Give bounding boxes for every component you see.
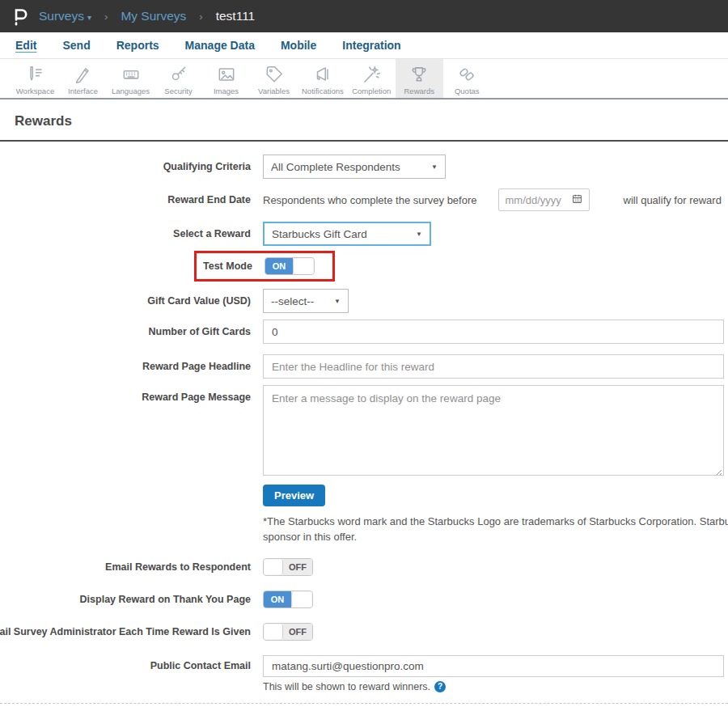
toolbar-item-workspace[interactable]: Workspace bbox=[11, 59, 59, 98]
breadcrumb-separator: › bbox=[199, 11, 202, 23]
message-textarea[interactable] bbox=[263, 385, 724, 476]
email-rewards-toggle[interactable]: OFF bbox=[263, 558, 313, 576]
email-rewards-row: Email Rewards to Respondent OFF bbox=[0, 558, 728, 576]
tab-edit[interactable]: Edit bbox=[15, 37, 37, 53]
page-title: Rewards bbox=[15, 113, 728, 129]
tab-send[interactable]: Send bbox=[61, 37, 91, 53]
toolbar-item-security[interactable]: Security bbox=[154, 59, 202, 98]
breadcrumb-current-survey: test111 bbox=[216, 9, 256, 23]
main-tabs: Edit Send Reports Manage Data Mobile Int… bbox=[0, 32, 728, 59]
qualifying-criteria-label: Qualifying Criteria bbox=[0, 161, 251, 172]
chain-icon bbox=[456, 64, 477, 85]
toolbar-item-variables[interactable]: Variables bbox=[250, 59, 298, 98]
tag-icon bbox=[264, 64, 285, 85]
tab-reports[interactable]: Reports bbox=[116, 37, 160, 53]
message-label: Reward Page Message bbox=[0, 392, 251, 403]
breadcrumb-surveys[interactable]: Surveys▾ bbox=[39, 9, 91, 23]
display-reward-label: Display Reward on Thank You Page bbox=[0, 594, 251, 605]
toggle-knob bbox=[291, 591, 312, 608]
toolbar-item-completion[interactable]: Completion bbox=[348, 59, 396, 98]
toggle-knob bbox=[293, 258, 314, 274]
dashed-divider bbox=[0, 703, 728, 704]
keyboard-icon bbox=[121, 64, 142, 85]
display-reward-toggle[interactable]: ON bbox=[263, 591, 313, 608]
email-admin-toggle[interactable]: OFF bbox=[263, 623, 313, 641]
test-mode-row: Test Mode ON bbox=[0, 251, 728, 282]
num-gift-cards-input[interactable] bbox=[263, 320, 724, 344]
rewards-form: Qualifying Criteria All Complete Respond… bbox=[0, 155, 728, 707]
chevron-down-icon: ▾ bbox=[87, 13, 91, 22]
wand-icon bbox=[361, 64, 382, 85]
headline-label: Reward Page Headline bbox=[0, 361, 251, 372]
end-date-input[interactable]: mm/dd/yyyy bbox=[498, 188, 590, 211]
toolbar-item-interface[interactable]: Interface bbox=[59, 59, 107, 98]
top-bar: Surveys▾ › My Surveys › test111 bbox=[0, 0, 728, 32]
pencil-list-icon bbox=[25, 64, 46, 85]
email-rewards-label: Email Rewards to Respondent bbox=[0, 561, 251, 573]
toolbar-item-languages[interactable]: Languages bbox=[107, 59, 154, 98]
select-caret-icon: ▼ bbox=[334, 298, 341, 305]
edit-toolbar: Workspace Interface Languages Security bbox=[0, 59, 728, 99]
email-admin-row: Email Survey Administrator Each Time Rew… bbox=[0, 623, 728, 641]
qualifying-criteria-row: Qualifying Criteria All Complete Respond… bbox=[0, 155, 728, 179]
select-caret-icon: ▼ bbox=[416, 231, 422, 238]
breadcrumb-separator: › bbox=[104, 11, 108, 23]
headline-row: Reward Page Headline bbox=[0, 354, 728, 379]
pen-icon bbox=[73, 64, 94, 85]
end-date-prefix-text: Respondents who complete the survey befo… bbox=[263, 194, 477, 206]
contact-email-input[interactable] bbox=[263, 655, 724, 677]
toggle-knob bbox=[264, 624, 283, 640]
starbucks-disclaimer-text: *The Starbucks word mark and the Starbuc… bbox=[263, 514, 728, 545]
reward-end-date-row: Reward End Date Respondents who complete… bbox=[0, 188, 728, 211]
toggle-knob bbox=[264, 559, 283, 575]
test-mode-toggle[interactable]: ON bbox=[265, 257, 315, 275]
test-mode-highlight-annotation: Test Mode ON bbox=[194, 251, 335, 282]
contact-email-helper: This will be shown to reward winners. ? bbox=[263, 681, 728, 692]
qualifying-criteria-select[interactable]: All Complete Respondents ▼ bbox=[263, 155, 446, 179]
select-reward-select[interactable]: Starbucks Gift Card ▼ bbox=[263, 222, 431, 246]
image-icon bbox=[216, 64, 237, 85]
preview-row: Preview bbox=[263, 485, 728, 506]
key-icon bbox=[168, 64, 189, 85]
num-gift-cards-row: Number of Gift Cards bbox=[0, 320, 728, 344]
select-reward-row: Select a Reward Starbucks Gift Card ▼ bbox=[0, 222, 728, 246]
display-reward-row: Display Reward on Thank You Page ON bbox=[0, 591, 728, 608]
reward-end-date-label: Reward End Date bbox=[0, 194, 251, 205]
title-divider bbox=[0, 140, 728, 142]
tab-integration[interactable]: Integration bbox=[341, 37, 401, 53]
breadcrumb-my-surveys[interactable]: My Surveys bbox=[121, 9, 186, 23]
gift-card-value-label: Gift Card Value (USD) bbox=[0, 295, 251, 307]
gift-card-value-select[interactable]: --select-- ▼ bbox=[263, 289, 349, 313]
toolbar-item-rewards[interactable]: Rewards bbox=[396, 59, 443, 98]
select-caret-icon: ▼ bbox=[431, 163, 438, 171]
toolbar-item-notifications[interactable]: Notifications bbox=[298, 59, 348, 98]
tab-mobile[interactable]: Mobile bbox=[280, 37, 317, 53]
end-date-suffix-text: will qualify for reward bbox=[624, 194, 722, 206]
preview-button[interactable]: Preview bbox=[263, 485, 325, 506]
select-reward-label: Select a Reward bbox=[0, 228, 251, 239]
help-icon[interactable]: ? bbox=[434, 681, 446, 692]
contact-email-row: Public Contact Email bbox=[0, 655, 728, 677]
num-gift-cards-label: Number of Gift Cards bbox=[0, 326, 251, 337]
contact-email-label: Public Contact Email bbox=[0, 660, 251, 671]
trophy-icon bbox=[408, 64, 430, 85]
gift-card-value-row: Gift Card Value (USD) --select-- ▼ bbox=[0, 289, 728, 313]
tab-manage-data[interactable]: Manage Data bbox=[184, 37, 256, 53]
test-mode-label: Test Mode bbox=[203, 260, 252, 272]
toolbar-item-images[interactable]: Images bbox=[202, 59, 250, 98]
calendar-icon[interactable] bbox=[572, 193, 582, 207]
toolbar-item-quotas[interactable]: Quotas bbox=[443, 59, 491, 98]
headline-input[interactable] bbox=[263, 354, 724, 379]
megaphone-icon bbox=[312, 64, 333, 85]
questionpro-logo-icon[interactable] bbox=[10, 6, 31, 27]
message-row: Reward Page Message bbox=[0, 385, 728, 479]
email-admin-label: Email Survey Administrator Each Time Rew… bbox=[0, 626, 251, 637]
